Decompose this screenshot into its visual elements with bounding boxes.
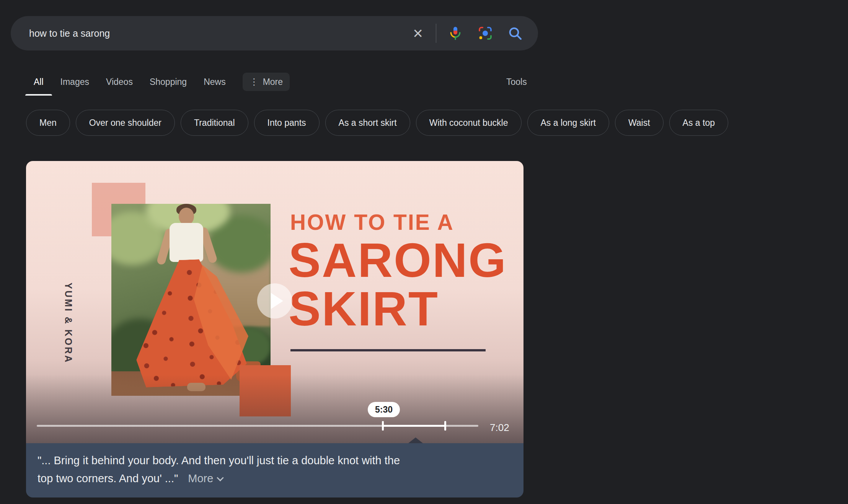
chip-label: As a top <box>683 118 715 128</box>
play-icon <box>271 293 283 309</box>
tab-images[interactable]: Images <box>60 68 89 96</box>
person-crop-top <box>170 223 203 262</box>
chip-label: As a long skirt <box>541 118 596 128</box>
chip-label: Over one shoulder <box>89 118 161 128</box>
chip-as-a-long-skirt[interactable]: As a long skirt <box>527 110 609 136</box>
tab-more-label: More <box>263 77 283 87</box>
chip-label: With coconut buckle <box>429 118 508 128</box>
google-lens-icon[interactable] <box>478 26 493 41</box>
video-duration: 7:02 <box>490 422 509 434</box>
chip-label: As a short skirt <box>339 118 397 128</box>
tab-all-label: All <box>34 77 44 87</box>
search-icon[interactable] <box>507 26 523 41</box>
tab-videos[interactable]: Videos <box>106 68 133 96</box>
chip-label: Waist <box>628 118 650 128</box>
tab-news-label: News <box>204 77 226 87</box>
chip-with-coconut-buckle[interactable]: With coconut buckle <box>416 110 522 136</box>
search-bar[interactable]: how to tie a sarong × <box>11 16 538 50</box>
chip-waist[interactable]: Waist <box>615 110 664 136</box>
tools-button[interactable]: Tools <box>506 68 527 96</box>
progress-handle[interactable] <box>382 421 384 431</box>
thumbnail-bottom-gradient <box>26 374 523 443</box>
current-time-badge: 5:30 <box>368 402 400 417</box>
chip-as-a-top[interactable]: As a top <box>669 110 728 136</box>
play-button[interactable] <box>257 283 292 319</box>
tab-shopping[interactable]: Shopping <box>150 68 187 96</box>
chip-traditional[interactable]: Traditional <box>181 110 248 136</box>
key-moment-end-marker <box>444 421 446 431</box>
lens-icon-svg <box>478 26 493 41</box>
chip-label: Men <box>39 118 57 128</box>
magnifier-icon-svg <box>507 26 523 41</box>
caption-more-link[interactable]: More <box>188 472 223 484</box>
video-result-card[interactable]: YUMI & KORA HOW TO TIE A SARONG SKIRT 5:… <box>26 161 523 497</box>
thumbnail-title-line-3: SKIRT <box>289 285 439 333</box>
tab-images-label: Images <box>60 77 89 87</box>
search-bar-divider <box>436 24 436 43</box>
google-search-results-page: how to tie a sarong × <box>0 0 848 504</box>
caption-line-1: "... Bring it behind your body. And then… <box>38 452 512 470</box>
person-figure <box>134 204 248 396</box>
search-input[interactable]: how to tie a sarong <box>29 28 413 39</box>
chip-label: Traditional <box>194 118 235 128</box>
caption-text: "... Bring it behind your body. And then… <box>38 452 512 488</box>
mic-icon-svg <box>448 26 463 41</box>
chip-as-a-short-skirt[interactable]: As a short skirt <box>325 110 410 136</box>
more-label: More <box>188 472 213 484</box>
tab-videos-label: Videos <box>106 77 133 87</box>
video-thumbnail[interactable]: YUMI & KORA HOW TO TIE A SARONG SKIRT 5:… <box>26 161 523 443</box>
tab-news[interactable]: News <box>204 68 226 96</box>
key-moment-segment[interactable] <box>383 425 445 427</box>
thumbnail-title-underline <box>290 349 486 351</box>
caption-line-2: top two corners. And you' ..." <box>38 472 178 484</box>
result-tabs: All Images Videos Shopping News ⋮ More <box>34 68 290 96</box>
chip-label: Into pants <box>267 118 306 128</box>
chip-over-one-shoulder[interactable]: Over one shoulder <box>76 110 175 136</box>
chip-into-pants[interactable]: Into pants <box>254 110 320 136</box>
thumbnail-title-line-2: SARONG <box>289 236 507 285</box>
tab-more[interactable]: ⋮ More <box>243 68 290 96</box>
tab-shopping-label: Shopping <box>150 77 187 87</box>
voice-search-mic-icon[interactable] <box>448 26 463 41</box>
more-menu-icon: ⋮ <box>250 76 259 87</box>
chevron-down-icon <box>217 474 224 481</box>
video-transcript-caption: "... Bring it behind your body. And then… <box>26 443 523 497</box>
filter-chips-row: Men Over one shoulder Traditional Into p… <box>26 110 728 136</box>
clear-icon[interactable]: × <box>413 25 423 42</box>
tab-all[interactable]: All <box>34 68 44 96</box>
chip-men[interactable]: Men <box>26 110 70 136</box>
thumbnail-title-line-1: HOW TO TIE A <box>290 211 454 233</box>
